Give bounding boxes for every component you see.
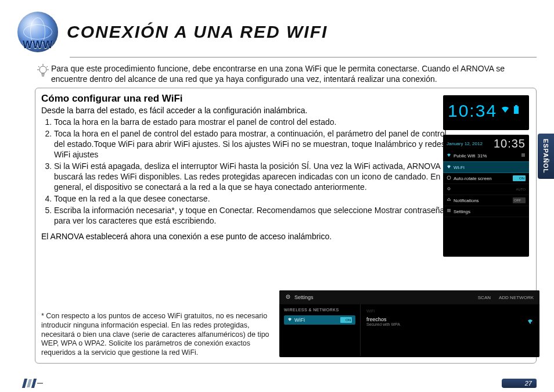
footnote-text: * Con respecto a los puntos de acceso Wi… [41,312,274,357]
language-tab: ESPAÑOL [538,134,554,179]
page-number: 27 [502,379,537,388]
settings-wifi-label: WiFi [294,317,305,323]
svg-rect-2 [515,105,517,106]
panel-network-name: Public Wifi [454,153,475,159]
brightness-auto-label: AUTO [516,188,526,191]
gear-icon [285,294,291,301]
svg-point-0 [39,66,46,73]
notifications-toggle: OFF [513,197,526,203]
notifications-icon [447,197,451,203]
panel-date: January 12, 2012 [447,141,483,146]
clock-time: 10:34 [448,101,497,121]
wifi-small-icon [447,153,451,159]
wifi-lock-icon [527,318,534,326]
network-name: freechos [366,317,400,322]
panel-wifi-label: Wi-Fi [454,165,465,170]
svg-rect-4 [447,210,451,211]
wifi-icon [501,106,510,116]
svg-rect-6 [447,209,451,210]
panel-settings-label: Settings [454,209,470,214]
sliders-icon [521,153,526,159]
settings-title: Settings [294,294,314,300]
intro-text: Para que este procedimiento funcione, de… [51,63,537,84]
step-3: Si la WiFi está apagada, desliza el inte… [54,161,459,193]
panel-signal: 31% [477,153,487,159]
network-security: Secured with WPA [366,322,400,326]
settings-wifi-toggle: ON [340,317,352,323]
language-tab-label: ESPAÑOL [542,139,549,173]
svg-point-3 [448,188,450,190]
title-underline [70,57,537,57]
settings-main-header: WiFi [366,309,534,313]
footer-decoration [23,379,43,388]
svg-rect-9 [531,322,533,323]
step-4: Toque en la red a la que desee conectars… [54,194,459,204]
battery-icon [513,105,519,117]
settings-category: WIRELESS & NETWORKS [284,308,355,312]
page-title: CONEXIÓN A UNA RED WIFI [67,22,328,42]
add-network-action: ADD NETWORK [499,295,534,300]
svg-rect-1 [514,106,519,114]
wifi-sidebar-icon [287,317,292,323]
globe-www-label: WWW [17,39,58,51]
after-steps-text: El ARNOVA establecerá ahora una conexión… [41,232,459,241]
screenshot-clock-widget: 10:34 [443,95,529,130]
brightness-icon [447,186,451,192]
content-frame: Cómo configurar una red WiFi Desde la ba… [35,88,537,364]
steps-list: Toca la hora en la barra de estado para … [41,117,459,226]
panel-autorotate-label: Auto-rotate screen [454,176,492,181]
step-5: Escriba la información necesaria*, y toq… [54,206,459,226]
scan-action: SCAN [478,295,491,300]
svg-rect-5 [447,211,451,212]
rotate-icon [447,175,451,181]
screenshot-status-panel: January 12, 2012 10:35 Public Wifi 31% [443,135,529,257]
wifi-row-icon [447,164,451,170]
globe-www-icon: WWW [17,12,58,52]
panel-notifications-label: Notifications [454,198,479,203]
svg-point-8 [287,296,289,297]
screenshot-settings: Settings SCAN ADD NETWORK WIRELESS & NET… [279,290,539,357]
autorotate-toggle: ON [513,175,526,181]
settings-wifi-row: WiFi ON [284,315,355,325]
lightbulb-icon [35,63,51,82]
step-1: Toca la hora en la barra de estado para … [54,117,459,128]
step-2: Toca la hora en el panel de control del … [54,129,459,160]
settings-icon [447,208,451,214]
panel-clock: 10:35 [494,137,526,150]
